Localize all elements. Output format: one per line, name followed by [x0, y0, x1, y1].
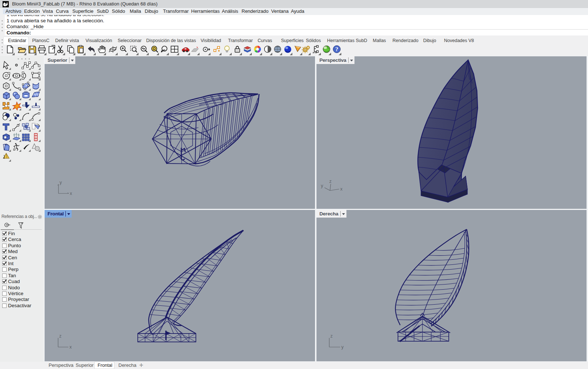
svg-text:y: y [60, 180, 62, 185]
svg-text:x: x [70, 191, 72, 196]
svg-text:y: y [321, 183, 323, 188]
svg-text:x: x [69, 344, 72, 350]
svg-text:z: z [330, 334, 333, 339]
svg-text:y: y [341, 344, 344, 350]
svg-text:?: ? [335, 46, 338, 53]
svg-text:z: z [329, 179, 331, 184]
svg-text:z: z [59, 334, 61, 339]
svg-text:8: 8 [7, 1, 8, 5]
svg-text:x: x [340, 187, 343, 192]
